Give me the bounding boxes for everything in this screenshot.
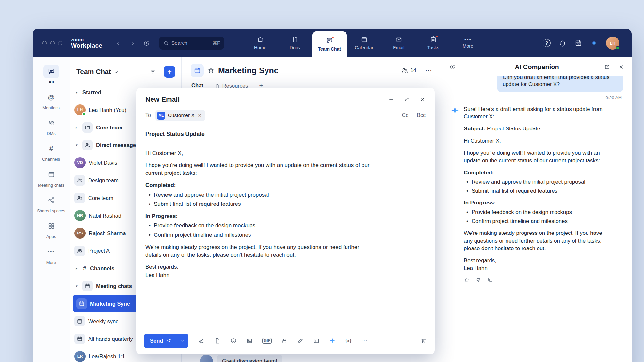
body-in-progress-label: In Progress: [145, 212, 426, 220]
gif-button[interactable]: GIF [262, 338, 272, 344]
window-zoom-button[interactable] [58, 41, 62, 45]
thumbs-down-button[interactable] [475, 277, 481, 283]
copy-button[interactable] [487, 277, 493, 283]
ai-sparkle-icon[interactable] [329, 338, 336, 344]
message-timestamp: 9:20 AM [451, 95, 622, 100]
at-icon: @ [48, 94, 54, 100]
chevron-right-icon[interactable]: ▸ [74, 126, 79, 130]
rail-item-dms[interactable]: DMs [34, 116, 68, 136]
window-minimize-button[interactable] [50, 41, 55, 45]
nav-team-chat[interactable]: Team Chat [312, 31, 347, 57]
window-controls [42, 41, 62, 45]
top-navigation-bar: zoom Workplace ⌘F Home Docs Team Chat [33, 29, 632, 57]
history-icon[interactable] [449, 64, 456, 70]
rail-item-shared-spaces[interactable]: Shared spaces [34, 193, 68, 214]
chevron-down-icon [180, 339, 185, 343]
upcoming-meetings-icon[interactable] [575, 39, 582, 47]
more-icon: ⋯ [47, 250, 55, 253]
nav-tasks[interactable]: Tasks [416, 29, 451, 57]
people-icon [48, 119, 55, 127]
back-button[interactable] [115, 40, 121, 46]
ai-companion-icon[interactable] [590, 39, 598, 47]
variables-button[interactable]: {x} [345, 338, 351, 343]
chevron-down-icon[interactable]: ▾ [74, 284, 79, 288]
rail-item-meeting-chats[interactable]: Meeting chats [34, 168, 68, 188]
emoji-icon[interactable] [230, 338, 237, 344]
hash-icon: # [49, 145, 53, 152]
calendar-icon [361, 36, 368, 43]
encryption-lock-icon[interactable] [281, 338, 288, 344]
close-icon[interactable] [618, 64, 624, 70]
ai-intro: Sure! Here's a draft email asking for a … [464, 105, 609, 121]
ai-completed-label: Completed: [464, 169, 609, 177]
people-icon [401, 67, 408, 74]
ai-completed-list: Review and approve the initial project p… [464, 178, 609, 195]
help-icon[interactable]: ? [543, 39, 551, 47]
email-icon [395, 36, 402, 43]
team-icon [74, 175, 85, 186]
subject-field[interactable]: Project Status Update [136, 126, 435, 143]
meeting-chat-icon [191, 64, 204, 77]
body-completed-list: Review and approve the initial project p… [146, 191, 376, 208]
forward-button[interactable] [129, 40, 136, 46]
rail-item-all[interactable]: All [34, 65, 68, 85]
nav-calendar[interactable]: Calendar [347, 29, 381, 57]
open-in-new-icon[interactable] [604, 64, 610, 70]
search-input[interactable] [171, 40, 210, 46]
minimize-icon[interactable] [388, 97, 394, 102]
layout-icon[interactable] [313, 338, 320, 344]
template-icon[interactable] [214, 338, 221, 344]
window-close-button[interactable] [42, 41, 47, 45]
share-icon [48, 197, 55, 204]
close-icon[interactable] [420, 97, 426, 102]
nav-docs[interactable]: Docs [278, 29, 312, 57]
recipient-chip[interactable]: ML Customer X ✕ [155, 110, 205, 121]
nav-email[interactable]: Email [381, 29, 416, 57]
avatar: NR [74, 210, 86, 221]
apps-icon [48, 222, 55, 230]
zoom-workplace-logo: zoom Workplace [71, 37, 102, 49]
expand-icon[interactable] [404, 97, 410, 102]
signature-icon[interactable] [198, 338, 205, 344]
more-options-icon[interactable]: ⋯ [425, 66, 433, 75]
image-icon[interactable] [246, 338, 253, 344]
filter-icon[interactable] [149, 68, 156, 75]
chat-message: Great discussion team! [200, 355, 282, 362]
history-icon[interactable] [143, 40, 150, 46]
send-button[interactable]: Send [144, 334, 177, 348]
remove-recipient-icon[interactable]: ✕ [197, 113, 202, 119]
global-search[interactable]: ⌘F [159, 37, 224, 50]
avatar: LH [74, 104, 86, 115]
cc-button[interactable]: Cc [402, 113, 409, 118]
thumbs-up-button[interactable] [464, 277, 470, 283]
rail-item-channels[interactable]: # Channels [34, 142, 68, 162]
rail-item-more[interactable]: ⋯ More [34, 245, 68, 265]
ai-sparkle-icon [451, 106, 459, 114]
nav-home[interactable]: Home [243, 29, 278, 57]
members-count[interactable]: 14 [401, 67, 416, 74]
star-icon[interactable] [208, 67, 214, 74]
rail-item-apps[interactable]: Apps [34, 219, 68, 239]
bcc-button[interactable]: Bcc [417, 113, 426, 118]
home-icon [257, 36, 264, 43]
ai-in-progress-list: Provide feedback on the design mockups C… [464, 208, 609, 225]
ai-paragraph: I hope you're doing well! I wanted to pr… [464, 149, 609, 165]
calendar-icon [74, 334, 85, 344]
app-window: zoom Workplace ⌘F Home Docs Team Chat [33, 29, 632, 362]
new-chat-button[interactable]: + [164, 66, 175, 78]
recipient-avatar: ML [157, 112, 165, 120]
chevron-down-icon[interactable]: ▾ [74, 143, 79, 147]
body-greeting: Hi Customer X, [145, 149, 376, 158]
edit-icon[interactable] [297, 338, 304, 344]
email-body-editor[interactable]: Hi Customer X, I hope you're doing well!… [136, 143, 435, 329]
send-options-button[interactable] [177, 334, 188, 348]
chevron-down-icon[interactable]: ▾ [74, 90, 79, 95]
chevron-down-icon[interactable] [114, 70, 119, 75]
nav-more[interactable]: ⋯ More [451, 29, 485, 57]
notifications-icon[interactable] [559, 39, 566, 47]
chevron-right-icon[interactable]: ▸ [74, 266, 79, 271]
more-tools-icon[interactable]: ⋯ [361, 337, 368, 345]
user-avatar[interactable]: LH [606, 37, 619, 50]
discard-draft-icon[interactable] [420, 338, 427, 344]
rail-item-mentions[interactable]: @ Mentions [34, 90, 68, 111]
